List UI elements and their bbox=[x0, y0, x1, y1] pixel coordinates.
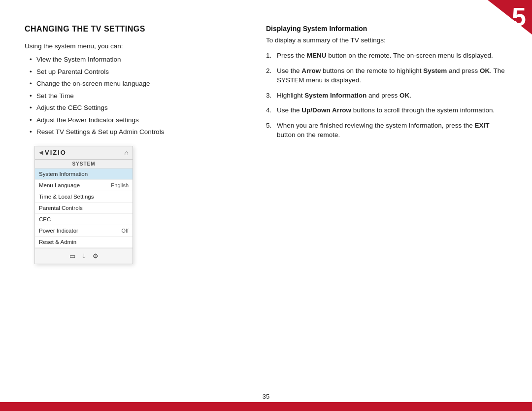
intro-text: Using the system menu, you can: bbox=[25, 42, 251, 50]
tv-menu-item-cec: CEC bbox=[35, 214, 133, 225]
menu-item-value: Off bbox=[122, 228, 129, 234]
tv-menu-mockup: ◀ VIZIO ⌂ SYSTEM System Information Menu… bbox=[34, 146, 133, 264]
left-column: CHANGING THE TV SETTINGS Using the syste… bbox=[25, 25, 251, 264]
list-item: View the System Information bbox=[30, 55, 251, 65]
bold-arrow: Arrow bbox=[301, 67, 321, 74]
tv-menu-item-menu-language: Menu Language English bbox=[35, 180, 133, 191]
list-item: Set up Parental Controls bbox=[30, 67, 251, 77]
menu-item-label: System Information bbox=[39, 171, 88, 177]
menu-icon: ▭ bbox=[69, 252, 75, 260]
bold-updown: Up/Down Arrow bbox=[301, 106, 351, 114]
bottom-bar bbox=[0, 402, 532, 411]
tv-menu-item-system-info: System Information bbox=[35, 169, 133, 180]
menu-item-label: Reset & Admin bbox=[39, 239, 76, 245]
right-column: Displaying System Information To display… bbox=[266, 25, 507, 145]
section-title: CHANGING THE TV SETTINGS bbox=[25, 25, 251, 34]
step-5: When you are finished reviewing the syst… bbox=[266, 121, 507, 140]
bold-system: System bbox=[423, 67, 447, 74]
bold-menu: MENU bbox=[307, 52, 327, 59]
tv-menu-header-left: ◀ VIZIO bbox=[39, 149, 66, 156]
bold-system-info: System Information bbox=[304, 92, 366, 99]
back-arrow-icon: ◀ bbox=[39, 149, 43, 156]
down-arrow-icon: ⤓ bbox=[81, 252, 87, 260]
menu-item-value: English bbox=[111, 182, 129, 188]
steps-list: Press the MENU button on the remote. The… bbox=[266, 51, 507, 140]
tv-menu-item-reset-admin: Reset & Admin bbox=[35, 237, 133, 248]
tv-menu-footer: ▭ ⤓ ⚙ bbox=[35, 248, 133, 264]
summary-text: To display a summary of the TV settings: bbox=[266, 36, 507, 44]
home-icon: ⌂ bbox=[125, 149, 129, 157]
list-item: Reset TV Settings & Set up Admin Control… bbox=[30, 127, 251, 137]
subsection-title: Displaying System Information bbox=[266, 25, 507, 33]
tv-menu-category: SYSTEM bbox=[35, 160, 133, 169]
settings-icon: ⚙ bbox=[93, 252, 99, 260]
menu-item-label: Parental Controls bbox=[39, 205, 83, 211]
bold-ok-2: OK bbox=[480, 67, 490, 74]
step-2: Use the Arrow buttons on the remote to h… bbox=[266, 66, 507, 85]
list-item: Adjust the CEC Settings bbox=[30, 103, 251, 113]
list-item: Change the on-screen menu language bbox=[30, 79, 251, 89]
bold-exit: EXIT bbox=[474, 122, 489, 129]
tv-menu-item-parental: Parental Controls bbox=[35, 203, 133, 214]
menu-item-label: Time & Local Settings bbox=[39, 194, 94, 200]
step-3: Highlight System Information and press O… bbox=[266, 91, 507, 101]
step-1: Press the MENU button on the remote. The… bbox=[266, 51, 507, 61]
vizio-logo: VIZIO bbox=[45, 149, 66, 156]
bullet-list: View the System Information Set up Paren… bbox=[30, 55, 251, 137]
page-number: 35 bbox=[263, 393, 269, 400]
tv-menu-item-power-indicator: Power Indicator Off bbox=[35, 225, 133, 237]
bold-ok-3: OK bbox=[399, 92, 409, 99]
step-4: Use the Up/Down Arrow buttons to scroll … bbox=[266, 105, 507, 115]
list-item: Adjust the Power Indicator settings bbox=[30, 115, 251, 125]
main-content: CHANGING THE TV SETTINGS Using the syste… bbox=[25, 25, 507, 386]
menu-item-label: CEC bbox=[39, 216, 51, 222]
tv-menu-header: ◀ VIZIO ⌂ bbox=[35, 146, 133, 160]
menu-item-label: Power Indicator bbox=[39, 228, 78, 234]
list-item: Set the Time bbox=[30, 91, 251, 101]
chapter-number: 5 bbox=[512, 4, 526, 30]
menu-item-label: Menu Language bbox=[39, 182, 80, 188]
tv-menu-item-time-local: Time & Local Settings bbox=[35, 191, 133, 203]
